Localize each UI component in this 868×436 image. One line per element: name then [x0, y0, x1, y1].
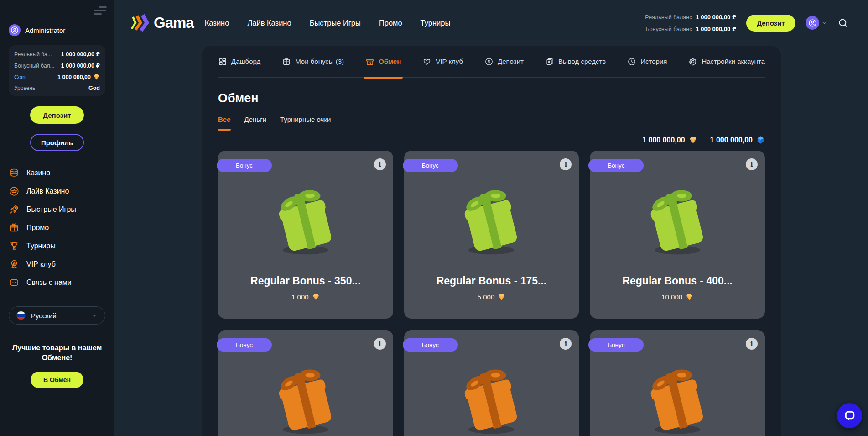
exchange-filters: ВсеДеньгиТурнирные очки	[218, 116, 765, 130]
chat-widget-button[interactable]	[837, 403, 862, 428]
bonus-balance-value: 1 000 000,00 ₽	[696, 26, 736, 32]
account-menu[interactable]	[806, 16, 827, 30]
header-right: Реальный баланс 1 000 000,00 ₽ Бонусный …	[645, 0, 849, 46]
menu-hamburger-icon[interactable]	[94, 6, 107, 15]
brand-logo[interactable]: Gama	[131, 13, 194, 32]
header-nav-link[interactable]: Турниры	[421, 19, 451, 27]
language-label: Русский	[31, 312, 86, 320]
tab-label: Настройки аккаунта	[702, 58, 765, 65]
orange-gem-icon	[312, 293, 320, 301]
coin-icon	[484, 57, 494, 66]
heart-icon	[422, 57, 431, 66]
sidebar-item-label: Турниры	[26, 242, 56, 250]
tab-gear[interactable]: Настройки аккаунта	[688, 46, 765, 78]
gift-icon	[9, 222, 20, 233]
info-icon[interactable]: i	[560, 158, 572, 170]
bonus-price: 5 000	[478, 293, 506, 301]
deposit-button[interactable]: Депозит	[30, 106, 84, 124]
blue-gem-icon	[756, 136, 765, 144]
filter-tab[interactable]: Деньги	[244, 116, 266, 130]
tab-label: Дашборд	[231, 58, 260, 65]
info-icon[interactable]: i	[746, 158, 758, 170]
tab-label: Вывод средств	[558, 58, 606, 65]
gift-box-image	[453, 363, 530, 436]
balance-row: Бонусный бал...1 000 000,00 ₽	[14, 62, 100, 69]
shop-icon	[365, 57, 374, 66]
info-icon[interactable]: i	[374, 158, 386, 170]
filter-tab[interactable]: Все	[218, 116, 231, 130]
gift-box-image	[267, 363, 344, 436]
sidebar-item-label: Лайв Казино	[26, 187, 69, 195]
header-nav-link[interactable]: Казино	[205, 19, 229, 27]
language-select[interactable]: Русский	[9, 306, 105, 325]
gift-box-image	[639, 184, 716, 257]
filter-tab[interactable]: Турнирные очки	[280, 116, 331, 130]
bonus-card[interactable]: Бонус i	[590, 330, 765, 436]
sidebar-item-live-casino[interactable]: Лайв Казино	[9, 182, 105, 200]
orange-gem-icon	[93, 74, 100, 80]
real-balance-row: Реальный баланс 1 000 000,00 ₽	[645, 14, 736, 21]
gift-box-image	[453, 184, 530, 257]
rocket-icon	[9, 204, 20, 215]
sidebar-item-coins[interactable]: Казино	[9, 164, 105, 182]
tab-withdraw[interactable]: Вывод средств	[545, 46, 606, 78]
tab-shop[interactable]: Обмен	[365, 46, 401, 78]
balance-row: УровеньGod	[14, 85, 100, 91]
bonus-price: 1 000	[291, 293, 320, 301]
user-row[interactable]: Administrator	[9, 24, 105, 36]
sidebar-item-chat[interactable]: Связь с нами	[9, 273, 105, 292]
real-balance-value: 1 000 000,00 ₽	[696, 14, 736, 21]
header-nav-link[interactable]: Быстрые Игры	[310, 19, 361, 27]
promo-text: Лучшие товары в нашем Обмене!	[8, 343, 106, 363]
profile-button[interactable]: Профиль	[30, 134, 84, 151]
tab-heart[interactable]: VIP клуб	[422, 46, 463, 78]
sidebar-nav: КазиноЛайв КазиноБыстрые ИгрыПромоТурнир…	[9, 164, 105, 292]
history-icon	[627, 57, 636, 66]
bonus-card[interactable]: Бонус i Regular Bonus - 400...	[590, 151, 765, 319]
info-icon[interactable]: i	[374, 338, 386, 350]
trophy-icon	[9, 241, 20, 252]
tab-gift[interactable]: Мои бонусы (3)	[282, 46, 344, 78]
bonus-card[interactable]: Бонус i Regular Bonus - 175...	[404, 151, 579, 319]
bonus-cards-grid: Бонус i Regular Bonus - 350...	[218, 151, 765, 436]
balance-value: 1 000 000,00	[57, 74, 100, 80]
coins-icon	[9, 168, 20, 179]
exchange-balances: 1 000 000,001 000 000,00	[218, 136, 765, 144]
bonus-card[interactable]: Бонус i Regular Bonus - 350...	[218, 151, 393, 319]
sidebar-item-gift[interactable]: Промо	[9, 219, 105, 237]
bonus-badge: Бонус	[217, 159, 272, 172]
tab-label: VIP клуб	[436, 58, 463, 65]
orange-gem-icon	[686, 293, 693, 301]
header-nav-link[interactable]: Промо	[379, 19, 402, 27]
bonus-price-value: 10 000	[661, 293, 682, 301]
sidebar-item-vip-medal[interactable]: VIP клуб	[9, 255, 105, 273]
tab-coin[interactable]: Депозит	[484, 46, 524, 78]
tab-history[interactable]: История	[627, 46, 667, 78]
bonus-badge: Бонус	[403, 159, 458, 172]
sidebar-item-label: Связь с нами	[26, 278, 72, 287]
sidebar-item-rocket[interactable]: Быстрые Игры	[9, 200, 105, 219]
to-exchange-button[interactable]: В Обмен	[31, 372, 83, 388]
bonus-card[interactable]: Бонус i	[218, 330, 393, 436]
bonus-balance-label: Бонусный баланс	[645, 26, 692, 32]
gear-icon	[688, 57, 697, 66]
info-icon[interactable]: i	[746, 338, 758, 350]
balance-label: Реальный ба...	[14, 51, 52, 58]
vip-medal-icon	[9, 259, 20, 270]
search-icon[interactable]	[837, 17, 849, 29]
bonus-card[interactable]: Бонус i	[404, 330, 579, 436]
balance-value: God	[88, 85, 100, 91]
tab-dashboard[interactable]: Дашборд	[218, 46, 260, 78]
chat-bubble-icon	[843, 410, 856, 422]
tab-label: Депозит	[498, 58, 524, 65]
balance-row: Реальный ба...1 000 000,00 ₽	[14, 51, 100, 58]
sidebar-item-trophy[interactable]: Турниры	[9, 237, 105, 255]
bonus-badge: Бонус	[403, 338, 458, 352]
header-nav-link[interactable]: Лайв Казино	[247, 19, 291, 27]
bonus-title: Regular Bonus - 350...	[250, 275, 361, 287]
header-deposit-button[interactable]: Депозит	[746, 15, 795, 32]
tab-label: Обмен	[379, 58, 401, 65]
info-icon[interactable]: i	[560, 338, 572, 350]
balance-label: Бонусный бал...	[14, 63, 55, 69]
bonus-title: Regular Bonus - 400...	[622, 275, 733, 287]
